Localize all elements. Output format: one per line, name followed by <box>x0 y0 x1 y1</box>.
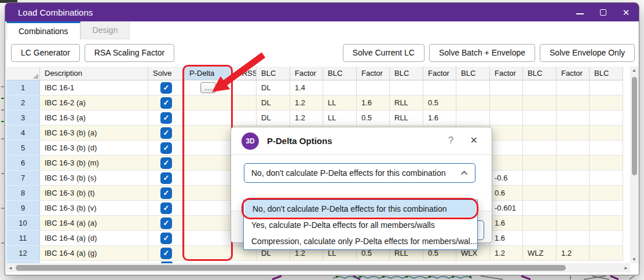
blc-cell[interactable]: LL <box>323 110 357 126</box>
column-header-solve[interactable]: Solve <box>148 67 185 80</box>
scroll-up-icon[interactable]: ▲ <box>630 68 638 73</box>
description-cell[interactable]: IBC 16-4 (a) (a) <box>40 216 148 231</box>
factor-cell[interactable]: -0.601 <box>490 201 523 216</box>
factor-cell[interactable] <box>423 80 456 95</box>
row-number[interactable]: 4 <box>6 126 40 141</box>
factor-cell[interactable]: 1.6 <box>490 231 523 246</box>
scroll-down-icon[interactable]: ▼ <box>630 257 638 262</box>
blc-cell[interactable]: RLL <box>390 110 423 126</box>
factor-cell[interactable] <box>557 216 590 231</box>
description-cell[interactable]: IBC 16-3 (b) (a) <box>40 126 148 141</box>
srss-cell[interactable] <box>232 80 257 95</box>
pdelta-cell[interactable]: … <box>185 80 232 95</box>
blc-cell[interactable] <box>590 216 623 231</box>
tab-combinations[interactable]: Combinations <box>6 21 80 39</box>
factor-cell[interactable]: 1.6 <box>423 110 456 126</box>
vertical-scrollbar-thumb[interactable] <box>632 77 637 175</box>
blc-cell[interactable] <box>590 156 623 171</box>
solve-current-lc-button[interactable]: Solve Current LC <box>343 44 425 62</box>
factor-cell[interactable] <box>490 80 523 95</box>
pdelta-cell[interactable] <box>185 126 232 141</box>
scroll-left-icon[interactable]: ◄ <box>6 266 14 271</box>
column-header-factor[interactable]: Factor <box>490 67 523 80</box>
srss-cell[interactable] <box>232 95 257 110</box>
blc-cell[interactable] <box>523 201 557 216</box>
blc-cell[interactable] <box>523 156 557 171</box>
horizontal-scrollbar-thumb[interactable] <box>16 265 566 271</box>
solve-checkbox[interactable]: ✓ <box>160 202 172 214</box>
blc-cell[interactable] <box>523 141 557 156</box>
factor-cell[interactable] <box>557 126 590 141</box>
factor-cell[interactable]: 0.6 <box>490 186 523 201</box>
factor-cell[interactable] <box>557 171 590 186</box>
blc-cell[interactable] <box>590 171 623 186</box>
column-header-blc[interactable]: BLC <box>523 67 557 80</box>
column-header-p-delta[interactable]: P-Delta <box>185 67 232 80</box>
blc-cell[interactable] <box>456 80 490 95</box>
close-button[interactable]: ✕ <box>621 8 631 17</box>
blc-cell[interactable]: DL <box>257 110 290 126</box>
factor-cell[interactable]: 1.2 <box>290 95 323 110</box>
factor-cell[interactable] <box>490 110 523 126</box>
factor-cell[interactable]: 0.5 <box>423 95 456 110</box>
column-header-blc[interactable]: BLC <box>456 67 490 80</box>
column-header-description[interactable]: Description <box>40 67 148 80</box>
blc-cell[interactable]: DL <box>257 80 290 95</box>
blc-cell[interactable] <box>590 201 623 216</box>
column-header-blc[interactable]: BLC <box>590 67 623 80</box>
factor-cell[interactable] <box>490 95 523 110</box>
dropdown-option-no[interactable]: No, don't calculate P-Delta effects for … <box>245 201 476 217</box>
description-cell[interactable]: IBC 16-3 (b) (t) <box>40 186 148 201</box>
pdelta-cell[interactable] <box>185 156 232 171</box>
row-number[interactable]: 2 <box>6 95 40 110</box>
dropdown-option-compression[interactable]: Compression, calculate only P-Delta effe… <box>244 233 477 249</box>
factor-cell[interactable] <box>557 231 590 246</box>
description-cell[interactable]: IBC 16-3 (b) (m) <box>40 156 148 171</box>
blc-cell[interactable] <box>523 231 557 246</box>
pdelta-cell[interactable] <box>185 171 232 186</box>
solve-envelope-only-button[interactable]: Solve Envelope Only <box>540 44 635 62</box>
blc-cell[interactable]: DL <box>257 95 290 110</box>
window-titlebar[interactable]: Load Combinations ✕ <box>5 3 639 21</box>
description-cell[interactable]: IBC 16-3 (b) (v) <box>40 201 148 216</box>
factor-cell[interactable] <box>490 126 523 141</box>
factor-cell[interactable] <box>557 95 590 110</box>
solve-checkbox[interactable]: ✓ <box>160 82 172 94</box>
pdelta-cell[interactable] <box>185 110 232 126</box>
factor-cell[interactable]: 1.6 <box>357 95 390 110</box>
pdelta-ellipsis-button[interactable]: … <box>200 82 216 93</box>
solve-checkbox[interactable]: ✓ <box>160 157 172 169</box>
solve-checkbox[interactable]: ✓ <box>160 172 172 184</box>
tab-design[interactable]: Design <box>80 21 130 39</box>
blc-cell[interactable] <box>456 110 490 126</box>
pdelta-cell[interactable] <box>185 231 232 246</box>
factor-cell[interactable] <box>557 156 590 171</box>
pdelta-cell[interactable] <box>185 216 232 231</box>
solve-checkbox[interactable]: ✓ <box>160 187 172 199</box>
description-cell[interactable]: IBC 16-2 (a) <box>40 95 148 110</box>
row-number[interactable]: 6 <box>6 156 40 171</box>
column-header-srss[interactable]: SRSS <box>232 67 257 80</box>
column-header-blc[interactable]: BLC <box>390 67 423 80</box>
lc-generator-button[interactable]: LC Generator <box>11 44 80 62</box>
blc-cell[interactable] <box>523 110 557 126</box>
scroll-right-icon[interactable]: ► <box>622 266 630 271</box>
blc-cell[interactable] <box>523 171 557 186</box>
factor-cell[interactable]: 0.5 <box>357 110 390 126</box>
srss-cell[interactable] <box>232 110 257 126</box>
factor-cell[interactable]: 1.2 <box>557 246 590 261</box>
factor-cell[interactable] <box>557 186 590 201</box>
column-header-factor[interactable]: Factor <box>423 67 456 80</box>
blc-cell[interactable] <box>523 126 557 141</box>
help-icon[interactable]: ? <box>448 135 453 146</box>
solve-checkbox[interactable]: ✓ <box>160 142 172 154</box>
blc-cell[interactable] <box>323 80 357 95</box>
factor-cell[interactable] <box>557 110 590 126</box>
factor-cell[interactable] <box>490 156 523 171</box>
column-header-factor[interactable]: Factor <box>290 67 323 80</box>
pdelta-cell[interactable] <box>185 186 232 201</box>
blc-cell[interactable] <box>590 186 623 201</box>
solve-checkbox[interactable]: ✓ <box>160 112 172 124</box>
row-number[interactable]: 1 <box>6 80 40 95</box>
factor-cell[interactable]: 1.2 <box>290 110 323 126</box>
